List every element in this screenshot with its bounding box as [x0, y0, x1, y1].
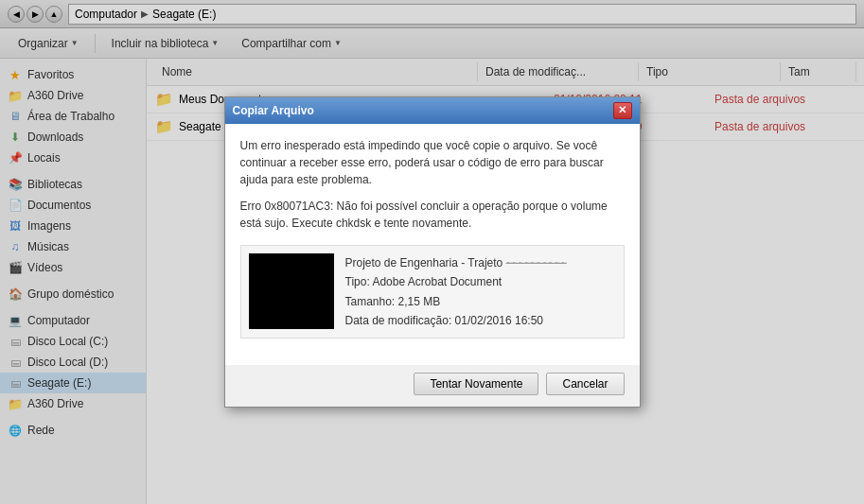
copy-error-dialog: Copiar Arquivo ✕ Um erro inesperado está… [224, 96, 641, 408]
dialog-title-bar: Copiar Arquivo ✕ [225, 97, 640, 124]
cancel-button[interactable]: Cancelar [546, 373, 624, 395]
file-name-scratched: ~~~~~~~~~~ [506, 257, 567, 269]
file-type-value: Adobe Acrobat Document [372, 275, 502, 288]
file-date-row: Data de modificação: 01/02/2016 16:50 [345, 311, 567, 330]
dialog-title: Copiar Arquivo [233, 104, 613, 117]
dialog-body: Um erro inesperado está impedindo que vo… [225, 124, 640, 366]
dialog-error-code: Erro 0x80071AC3: Não foi possível conclu… [240, 198, 625, 232]
file-title: Projeto de Engenharia - Trajeto ~~~~~~~~… [345, 253, 567, 272]
dialog-footer: Tentar Novamente Cancelar [225, 365, 640, 407]
file-size-value: 2,15 MB [398, 295, 441, 308]
file-details: Projeto de Engenharia - Trajeto ~~~~~~~~… [345, 253, 567, 331]
dialog-error-main: Um erro inesperado está impedindo que vo… [240, 137, 625, 188]
file-type-label: Tipo: [345, 275, 370, 288]
file-date-value: 01/02/2016 16:50 [455, 314, 543, 327]
file-date-label: Data de modificação: [345, 314, 452, 327]
file-thumbnail [249, 253, 334, 329]
retry-button[interactable]: Tentar Novamente [414, 373, 538, 395]
file-size-row: Tamanho: 2,15 MB [345, 292, 567, 311]
dialog-overlay: Copiar Arquivo ✕ Um erro inesperado está… [0, 0, 864, 504]
file-type-row: Tipo: Adobe Acrobat Document [345, 272, 567, 291]
file-size-label: Tamanho: [345, 295, 396, 308]
dialog-file-info: Projeto de Engenharia - Trajeto ~~~~~~~~… [240, 245, 625, 339]
file-name-value: Projeto de Engenharia - Trajeto [345, 256, 503, 269]
dialog-close-button[interactable]: ✕ [613, 102, 632, 119]
